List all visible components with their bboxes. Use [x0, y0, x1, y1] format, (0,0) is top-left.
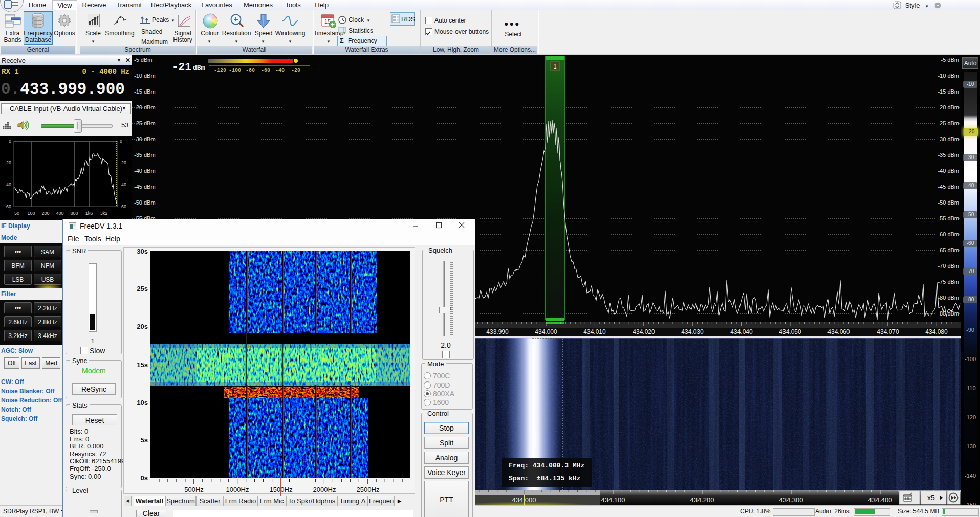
svg-text:-40 dBm: -40 dBm: [134, 168, 156, 174]
svg-text:-30 dBm: -30 dBm: [938, 136, 959, 142]
svg-text:x5: x5: [927, 493, 935, 502]
svg-text:200: 200: [41, 211, 49, 216]
svg-text:433.990: 433.990: [486, 328, 509, 335]
svg-text:-15 dBm: -15 dBm: [134, 88, 156, 95]
svg-text:434.040: 434.040: [730, 328, 753, 335]
svg-text:0: 0: [120, 139, 122, 144]
svg-text:434.050: 434.050: [779, 328, 801, 335]
svg-text:-15 dBm: -15 dBm: [938, 88, 959, 95]
svg-text:9: 9: [343, 31, 345, 35]
svg-text:434.070: 434.070: [877, 328, 899, 335]
svg-text:434.010: 434.010: [583, 328, 606, 335]
svg-text:-20: -20: [291, 68, 300, 73]
svg-text:-30 dBm: -30 dBm: [134, 136, 156, 142]
svg-text:3k2: 3k2: [100, 211, 108, 216]
svg-text:-40: -40: [5, 182, 11, 187]
svg-text:-21: -21: [172, 61, 191, 73]
svg-text:-35 dBm: -35 dBm: [938, 152, 959, 158]
svg-text:0: 0: [9, 139, 11, 144]
svg-text:-120: -120: [214, 68, 226, 73]
svg-text:434.080: 434.080: [925, 328, 948, 335]
svg-text:434.060: 434.060: [827, 328, 850, 335]
svg-text:-60: -60: [261, 68, 270, 73]
svg-text:-40: -40: [275, 68, 285, 73]
svg-text:-85 dBm: -85 dBm: [938, 310, 959, 317]
svg-text:-50 dBm: -50 dBm: [134, 199, 156, 206]
svg-text:-45 dBm: -45 dBm: [134, 184, 156, 190]
svg-text:-60: -60: [5, 204, 11, 209]
svg-text:-40: -40: [120, 182, 126, 187]
svg-text:-25 dBm: -25 dBm: [134, 120, 156, 126]
svg-text:-80 dBm: -80 dBm: [938, 295, 959, 301]
svg-text:800: 800: [70, 211, 78, 216]
svg-text:434.200: 434.200: [690, 496, 714, 504]
svg-text:-75 dBm: -75 dBm: [938, 279, 959, 285]
svg-text:-60: -60: [120, 204, 126, 209]
svg-text:434.100: 434.100: [601, 496, 625, 504]
svg-text:434.400: 434.400: [868, 496, 892, 504]
svg-text:-50 dBm: -50 dBm: [938, 199, 959, 206]
svg-text:-65 dBm: -65 dBm: [938, 247, 959, 253]
svg-text:-80: -80: [246, 68, 255, 73]
svg-text:-20 dBm: -20 dBm: [134, 104, 156, 110]
svg-text:-100: -100: [229, 68, 241, 73]
svg-text:-35 dBm: -35 dBm: [134, 152, 156, 158]
svg-text:100: 100: [27, 211, 35, 216]
svg-text:-5 dBm: -5 dBm: [134, 57, 152, 63]
svg-text:434.300: 434.300: [779, 496, 803, 504]
svg-text:-45 dBm: -45 dBm: [938, 184, 959, 190]
svg-text:dBm: dBm: [193, 64, 205, 72]
svg-text:400: 400: [56, 211, 63, 216]
svg-text:-20: -20: [120, 160, 126, 165]
svg-text:-60 dBm: -60 dBm: [938, 231, 959, 237]
svg-text:434.000: 434.000: [535, 328, 557, 335]
svg-text:1: 1: [553, 63, 556, 70]
svg-text:-55 dBm: -55 dBm: [938, 215, 959, 221]
svg-text:1k6: 1k6: [85, 211, 93, 216]
svg-text:-5 dBm: -5 dBm: [941, 57, 959, 63]
svg-text:-25 dBm: -25 dBm: [938, 120, 959, 126]
svg-text:-70 dBm: -70 dBm: [938, 263, 959, 269]
svg-text:-20 dBm: -20 dBm: [938, 104, 959, 110]
svg-text:-10 dBm: -10 dBm: [938, 73, 959, 79]
svg-text:434.020: 434.020: [633, 328, 655, 335]
svg-text:50: 50: [14, 211, 19, 216]
svg-text:-40 dBm: -40 dBm: [938, 168, 959, 174]
svg-text:434.030: 434.030: [681, 328, 704, 335]
svg-text:-10 dBm: -10 dBm: [134, 73, 156, 79]
svg-text:-20: -20: [5, 160, 11, 165]
